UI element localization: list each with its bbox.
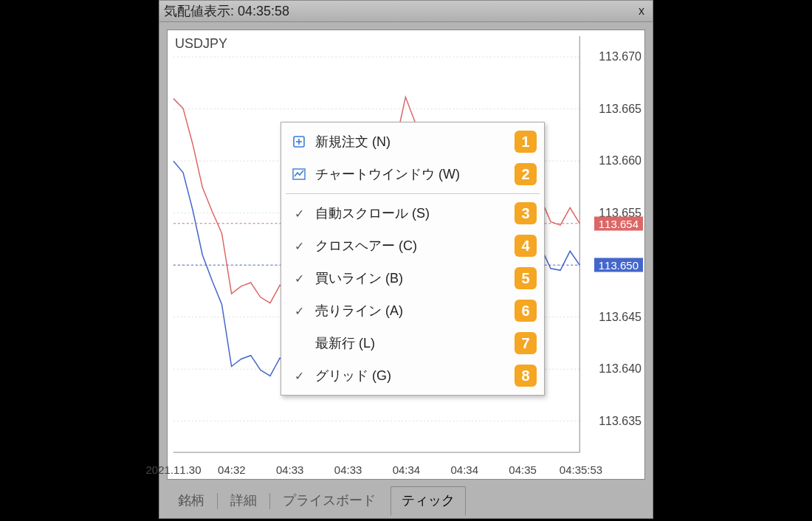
title-prefix: 気配値表示: (164, 4, 238, 18)
y-tick-label: 113.670 (599, 50, 641, 63)
x-tick-label: 04:35 (509, 463, 537, 476)
x-tick-label: 04:34 (393, 463, 421, 476)
bid-price-tag: 113.650 (594, 258, 643, 272)
menu-item[interactable]: ✓クロスヘアー (C)4 (281, 230, 544, 262)
menu-item[interactable]: 新規注文 (N)1 (281, 125, 544, 158)
menu-item-label: グリッド (G) (315, 367, 509, 384)
menu-item-label: チャートウインドウ (W) (315, 165, 509, 183)
x-tick-label: 04:34 (451, 463, 479, 476)
menu-separator (286, 193, 540, 194)
symbol-label: USDJPY (175, 36, 227, 52)
menu-badge: 7 (515, 332, 537, 354)
x-tick-label: 2021.11.30 (145, 463, 201, 476)
tab-separator (217, 493, 218, 509)
tabbar: 銘柄詳細プライスボードティック (167, 487, 645, 515)
check-icon: ✓ (289, 207, 309, 221)
menu-item-label: 売りライン (A) (315, 302, 509, 320)
menu-badge: 3 (515, 202, 537, 224)
y-tick-label: 113.665 (599, 103, 641, 116)
check-icon: ✓ (289, 304, 309, 318)
y-tick-label: 113.640 (599, 362, 641, 376)
check-icon: ✓ (289, 272, 309, 286)
x-tick-label: 04:35:53 (560, 463, 602, 476)
menu-badge: 4 (515, 235, 537, 257)
menu-badge: 8 (515, 365, 537, 387)
ask-price-tag: 113.654 (594, 216, 643, 230)
tab-3[interactable]: ティック (390, 486, 466, 516)
chart-line-icon (289, 167, 309, 182)
menu-item-label: 自動スクロール (S) (315, 204, 509, 222)
y-tick-label: 113.660 (599, 154, 641, 168)
menu-item[interactable]: ✓グリッド (G)8 (281, 359, 544, 392)
menu-badge: 2 (515, 163, 537, 185)
menu-item[interactable]: ✓売りライン (A)6 (281, 294, 544, 327)
menu-badge: 1 (515, 131, 537, 153)
menu-badge: 6 (515, 300, 537, 322)
titlebar[interactable]: 気配値表示: 04:35:58 x (159, 1, 653, 22)
menu-item[interactable]: ✓買いライン (B)5 (281, 262, 544, 294)
tab-1[interactable]: 詳細 (219, 486, 268, 516)
tab-separator (269, 493, 270, 509)
window-title: 気配値表示: 04:35:58 (164, 2, 635, 20)
close-icon[interactable]: x (635, 4, 648, 18)
menu-item-label: クロスヘアー (C) (315, 237, 509, 255)
menu-item-label: 最新行 (L) (315, 334, 509, 352)
x-tick-label: 04:32 (218, 463, 246, 476)
menu-item-label: 新規注文 (N) (315, 133, 509, 151)
menu-badge: 5 (515, 267, 537, 289)
menu-item[interactable]: チャートウインドウ (W)2 (281, 158, 544, 190)
context-menu: 新規注文 (N)1チャートウインドウ (W)2✓自動スクロール (S)3✓クロス… (281, 122, 545, 396)
plus-note-icon (289, 134, 309, 149)
tab-0[interactable]: 銘柄 (167, 486, 216, 516)
menu-item[interactable]: ✓自動スクロール (S)3 (281, 197, 544, 230)
y-tick-label: 113.635 (599, 415, 641, 428)
menu-item-label: 買いライン (B) (315, 269, 509, 287)
x-tick-label: 04:33 (334, 463, 362, 476)
check-icon: ✓ (289, 369, 309, 383)
tab-2[interactable]: プライスボード (272, 486, 387, 516)
title-time: 04:35:58 (238, 4, 289, 18)
x-tick-label: 04:33 (276, 463, 304, 476)
y-tick-label: 113.645 (599, 311, 641, 324)
menu-item[interactable]: 最新行 (L)7 (281, 327, 544, 359)
check-icon: ✓ (289, 239, 309, 253)
